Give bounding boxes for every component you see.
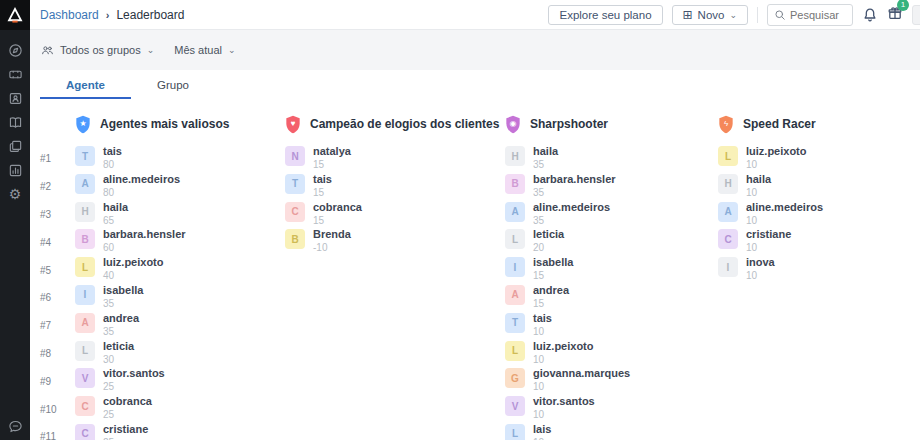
column-title: Speed Racer <box>743 117 816 131</box>
rank-label: #7 <box>40 312 75 340</box>
avatar: A <box>718 202 738 222</box>
ticket-icon[interactable] <box>7 66 23 82</box>
leaderboard-entry: Ccobranca15 <box>285 201 505 229</box>
agent-score: 15 <box>313 215 362 226</box>
leaderboard-entry: Ttais10 <box>505 312 718 340</box>
agent-name: barbara.hensler <box>103 228 186 240</box>
search-box[interactable] <box>767 4 853 26</box>
avatar: B <box>505 174 525 194</box>
avatar: N <box>285 146 305 166</box>
column-list: Lluiz.peixoto10Hhaila10Aaline.medeiros10… <box>718 137 920 284</box>
topbar: Dashboard › Leaderboard Explore seu plan… <box>30 0 920 30</box>
agent-name: cristiane <box>103 423 148 435</box>
agent-name: andrea <box>103 312 139 324</box>
agent-name: aline.medeiros <box>746 201 823 213</box>
agent-name: leticia <box>533 228 564 240</box>
gift-badge: 1 <box>897 0 909 11</box>
column-header: ϟ Speed Racer <box>718 111 920 137</box>
search-input[interactable] <box>790 9 846 21</box>
agent-name: haila <box>746 173 771 185</box>
agent-name: aline.medeiros <box>103 173 180 185</box>
leaderboard-entry: Nnatalya15 <box>285 145 505 173</box>
agent-name: aline.medeiros <box>533 201 610 213</box>
breadcrumb-dashboard-link[interactable]: Dashboard <box>40 8 99 22</box>
rank-label: #10 <box>40 395 75 423</box>
column-customer-praise-champion: ♥ Campeão de elogios dos clientes Nnatal… <box>285 111 505 440</box>
app-logo[interactable] <box>0 0 30 30</box>
column-header: ◉ Sharpshooter <box>505 111 718 137</box>
agent-score: 80 <box>103 159 122 170</box>
column-title: Sharpshooter <box>530 117 608 131</box>
rank-label: #4 <box>40 228 75 256</box>
leaderboard-entry: Iisabella35 <box>75 284 285 312</box>
settings-icon[interactable]: ⚙ <box>7 186 23 202</box>
leaderboard-entry: Ccobranca25 <box>75 395 285 423</box>
agent-name: inova <box>746 256 775 268</box>
contacts-icon[interactable] <box>7 90 23 106</box>
column-sharpshooter: ◉ Sharpshooter Hhaila35Bbarbara.hensler3… <box>505 111 718 440</box>
avatar: G <box>505 368 525 388</box>
leaderboard-entry: Bbarbara.hensler60 <box>75 228 285 256</box>
agent-name: luiz.peixoto <box>103 256 164 268</box>
agent-name: lais <box>533 423 551 435</box>
groups-filter-dropdown[interactable]: Todos os grupos ⌄ <box>41 44 154 57</box>
avatar: L <box>505 341 525 361</box>
avatar: C <box>75 424 95 440</box>
agent-score: 10 <box>746 215 823 226</box>
main-content: Agente Grupo #1#2#3#4#5#6#7#8#9#10#11 ★ … <box>30 70 920 440</box>
agent-score: 25 <box>103 409 152 420</box>
leaderboard-entry: Aaline.medeiros80 <box>75 173 285 201</box>
column-list: Hhaila35Bbarbara.hensler35Aaline.medeiro… <box>505 137 718 440</box>
agent-score: 20 <box>533 242 564 253</box>
filter-bar: Todos os grupos ⌄ Mês atual ⌄ <box>30 30 920 70</box>
tab-grupo[interactable]: Grupo <box>131 70 215 99</box>
agent-score: 10 <box>746 270 775 281</box>
shield-bolt-icon: ϟ <box>718 115 734 134</box>
avatar: H <box>718 174 738 194</box>
feedback-icon[interactable] <box>7 418 23 434</box>
avatar: A <box>505 202 525 222</box>
leaderboard-entry: Ttais80 <box>75 145 285 173</box>
avatar: C <box>718 229 738 249</box>
agent-score: 10 <box>746 242 791 253</box>
divider <box>757 7 758 23</box>
chevron-down-icon: ⌄ <box>228 45 236 55</box>
agent-score: 10 <box>533 409 595 420</box>
notifications-bell-icon[interactable] <box>862 7 878 23</box>
explore-plan-button[interactable]: Explore seu plano <box>548 5 662 25</box>
agent-name: giovanna.marques <box>533 367 630 379</box>
leaderboard-entry: Ccristiane10 <box>718 228 920 256</box>
leaderboard-entry: Lluiz.peixoto10 <box>505 340 718 368</box>
pages-icon[interactable] <box>7 138 23 154</box>
rank-label: #6 <box>40 284 75 312</box>
leaderboard-entry: Iisabella15 <box>505 256 718 284</box>
compass-icon[interactable] <box>7 42 23 58</box>
period-filter-label: Mês atual <box>174 44 222 56</box>
avatar: L <box>505 424 525 440</box>
column-header: ♥ Campeão de elogios dos clientes <box>285 111 505 137</box>
leaderboard-entry: Ccristiane25 <box>75 423 285 440</box>
column-title: Campeão de elogios dos clientes <box>310 117 499 131</box>
gift-button[interactable]: 1 <box>887 5 903 25</box>
agent-score: 40 <box>103 270 164 281</box>
new-button[interactable]: ⊞ Novo ⌄ <box>672 5 748 25</box>
knowledge-base-icon[interactable] <box>7 114 23 130</box>
agent-name: natalya <box>313 145 351 157</box>
period-filter-dropdown[interactable]: Mês atual ⌄ <box>174 44 235 56</box>
cut-off-button[interactable]: | <box>912 5 920 25</box>
agent-score: 60 <box>103 242 186 253</box>
avatar: T <box>505 313 525 333</box>
leaderboard-entry: Lluiz.peixoto10 <box>718 145 920 173</box>
column-most-valuable-agents: ★ Agentes mais valiosos Ttais80Aaline.me… <box>75 111 285 440</box>
rank-label: #5 <box>40 256 75 284</box>
tab-agente[interactable]: Agente <box>40 70 131 99</box>
agent-name: tais <box>533 312 552 324</box>
reports-icon[interactable] <box>7 162 23 178</box>
avatar: L <box>718 146 738 166</box>
agent-name: Brenda <box>313 228 351 240</box>
column-list: Nnatalya15Ttais15Ccobranca15BBrenda-10 <box>285 137 505 256</box>
agent-score: 35 <box>103 298 143 309</box>
leaderboard-entry: Aandrea35 <box>75 312 285 340</box>
rank-label: #9 <box>40 367 75 395</box>
leaderboard-entry: Ttais15 <box>285 173 505 201</box>
